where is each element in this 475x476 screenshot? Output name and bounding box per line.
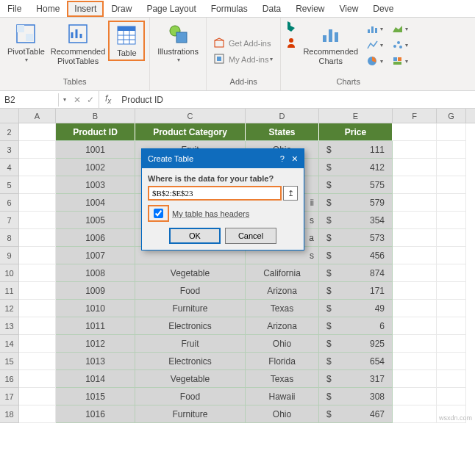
cell-price[interactable]: $317 [319,370,393,388]
row-header[interactable]: 17 [0,388,19,405]
name-box[interactable]: B2 [0,93,59,107]
cell-price[interactable]: $654 [319,353,393,370]
cell[interactable] [437,353,466,370]
cell-category[interactable]: Vegetable [135,370,246,388]
cell[interactable] [19,212,56,229]
cell[interactable] [393,388,437,405]
cell-state[interactable]: Texas [246,300,319,317]
namebox-dropdown[interactable]: ▾ [60,96,69,103]
cell[interactable] [19,282,56,300]
cell-state[interactable]: Texas [246,370,319,388]
pivottable-button[interactable]: PivotTable ▾ [4,21,48,65]
formula-input[interactable]: Product ID [117,93,475,107]
cell[interactable] [19,247,56,264]
cancel-button[interactable]: Cancel [225,228,276,244]
row-header[interactable]: 3 [0,141,19,159]
cell[interactable] [437,123,466,141]
cell-product-id[interactable]: 1016 [56,405,135,423]
cell-category[interactable]: Furniture [135,300,246,317]
tab-review[interactable]: Review [288,1,332,17]
cell-product-id[interactable]: 1005 [56,212,135,229]
cell-price[interactable]: $467 [319,405,393,423]
cell[interactable] [19,300,56,317]
cell-product-id[interactable]: 1004 [56,194,135,212]
enter-icon[interactable]: ✓ [87,95,94,105]
row-header[interactable]: 13 [0,317,19,335]
cell[interactable] [393,123,437,141]
cell-product-id[interactable]: 1015 [56,388,135,405]
header-price[interactable]: Price [319,123,393,141]
row-header[interactable]: 15 [0,353,19,370]
cell-price[interactable]: $49 [319,300,393,317]
row-header[interactable]: 16 [0,370,19,388]
collapse-dialog-icon[interactable]: ↥ [283,186,298,201]
cell-price[interactable]: $6 [319,317,393,335]
fx-icon[interactable]: fx [99,93,117,105]
cell-price[interactable]: $171 [319,282,393,300]
cell[interactable] [19,317,56,335]
cell-category[interactable]: Electronics [135,317,246,335]
tab-formulas[interactable]: Formulas [204,1,255,17]
cell[interactable] [393,212,437,229]
header-product-id[interactable]: Product ID [56,123,135,141]
cell-product-id[interactable]: 1009 [56,282,135,300]
row-header[interactable]: 9 [0,247,19,264]
tab-insert[interactable]: Insert [67,1,104,17]
cell-state[interactable]: California [246,264,319,282]
cell-category[interactable]: Electronics [135,353,246,370]
cell-price[interactable]: $111 [319,141,393,159]
cell[interactable] [393,159,437,176]
cell-product-id[interactable]: 1014 [56,370,135,388]
row-header[interactable]: 14 [0,335,19,353]
chart-type-5[interactable]: ▾ [389,37,411,53]
dialog-titlebar[interactable]: Create Table ? × [142,149,304,168]
cell-state[interactable]: Arizona [246,282,319,300]
illustrations-button[interactable]: Illustrations ▾ [154,21,201,65]
header-states[interactable]: States [246,123,319,141]
tab-page-layout[interactable]: Page Layout [139,1,203,17]
row-header[interactable]: 12 [0,300,19,317]
cell-price[interactable]: $412 [319,159,393,176]
chart-type-1[interactable]: ▾ [364,21,386,37]
cell-product-id[interactable]: 1013 [56,353,135,370]
cell-category[interactable]: Food [135,282,246,300]
cell[interactable] [437,388,466,405]
cell[interactable] [19,335,56,353]
cell[interactable] [393,264,437,282]
cell-price[interactable]: $354 [319,212,393,229]
cell-category[interactable]: Fruit [135,335,246,353]
cell[interactable] [19,405,56,423]
tab-home[interactable]: Home [29,1,67,17]
cell-category[interactable]: Furniture [135,405,246,423]
my-addins-button[interactable]: My Add-ins ▾ [211,51,276,68]
help-icon[interactable]: ? [280,154,285,163]
col-header-f[interactable]: F [393,109,437,123]
cell[interactable] [437,247,466,264]
cell[interactable] [393,176,437,194]
tab-draw[interactable]: Draw [104,1,139,17]
bing-maps-icon[interactable] [285,21,297,37]
row-header[interactable]: 5 [0,176,19,194]
cell[interactable] [19,176,56,194]
chart-type-4[interactable]: ▾ [389,21,411,37]
cell-price[interactable]: $874 [319,264,393,282]
cell[interactable] [393,141,437,159]
cell[interactable] [437,212,466,229]
cell[interactable] [393,370,437,388]
cell-price[interactable]: $575 [319,176,393,194]
tab-file[interactable]: File [0,1,29,17]
cell[interactable] [19,141,56,159]
cell-product-id[interactable]: 1008 [56,264,135,282]
col-header-d[interactable]: D [246,109,319,123]
cell-price[interactable]: $308 [319,388,393,405]
cell[interactable] [19,388,56,405]
cell[interactable] [19,370,56,388]
cell[interactable] [393,317,437,335]
cell[interactable] [437,141,466,159]
cell[interactable] [19,194,56,212]
cell[interactable] [437,282,466,300]
row-header[interactable]: 8 [0,229,19,247]
select-all-corner[interactable] [0,109,19,123]
cell[interactable] [437,176,466,194]
cell[interactable] [393,194,437,212]
